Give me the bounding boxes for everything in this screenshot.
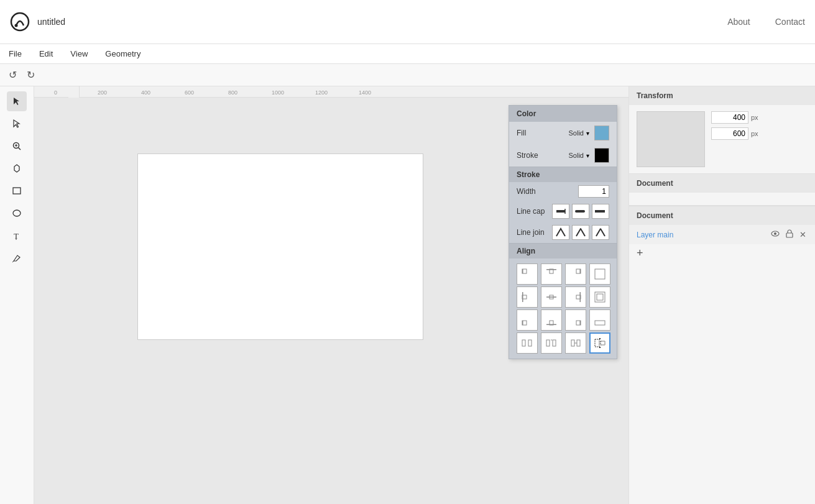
align-top-left[interactable] [517, 263, 538, 285]
svg-rect-34 [546, 324, 556, 326]
pen-tool[interactable] [7, 248, 27, 268]
line-join-miter[interactable] [552, 225, 569, 240]
align-mid-right[interactable] [565, 286, 586, 308]
undo-button[interactable]: ↺ [5, 66, 21, 83]
align-top-center[interactable] [541, 263, 562, 285]
line-cap-round[interactable] [572, 204, 589, 219]
svg-rect-52 [786, 233, 793, 237]
line-join-label: Line join [517, 228, 547, 237]
menu-edit[interactable]: Edit [35, 48, 57, 60]
direct-select-tool[interactable] [7, 114, 27, 134]
svg-rect-26 [546, 296, 556, 298]
transform-section: Transform px px [629, 86, 815, 174]
align-dist-center[interactable] [541, 332, 562, 354]
line-join-bevel[interactable] [592, 225, 609, 240]
svg-rect-32 [522, 321, 523, 325]
stroke-color-row: Stroke Solid ▾ [509, 144, 617, 167]
layer-lock-btn[interactable] [785, 229, 794, 241]
menu-bar: File Edit View Geometry [0, 44, 815, 64]
line-cap-square[interactable] [592, 204, 609, 219]
svg-rect-19 [546, 269, 556, 270]
height-input[interactable] [711, 127, 748, 140]
stroke-color-swatch[interactable] [594, 148, 609, 163]
align-mid-center[interactable] [541, 286, 562, 308]
layer-close-btn[interactable]: ✕ [798, 229, 808, 241]
redo-button[interactable]: ↻ [23, 66, 39, 83]
align-top-right[interactable] [565, 263, 586, 285]
select-tool[interactable] [7, 91, 27, 111]
menu-view[interactable]: View [67, 48, 91, 60]
fill-type-dropdown-icon[interactable]: ▾ [586, 130, 589, 137]
svg-rect-21 [580, 269, 581, 273]
svg-rect-48 [599, 338, 601, 339]
align-bot-right[interactable] [565, 309, 586, 331]
svg-rect-22 [595, 269, 605, 279]
align-dist-selection[interactable] [589, 332, 610, 354]
line-cap-butt[interactable] [552, 204, 569, 219]
svg-line-11 [12, 261, 14, 262]
rect-tool[interactable] [7, 181, 27, 201]
top-nav: untitled About Contact [0, 0, 815, 44]
canvas-rectangle[interactable] [137, 153, 423, 340]
layer-visibility-btn[interactable] [770, 229, 781, 241]
svg-point-1 [15, 24, 18, 27]
document-header: Document [629, 174, 815, 193]
transform-area: px px [629, 105, 815, 173]
line-join-buttons [552, 225, 609, 240]
align-panel: Align [509, 243, 617, 359]
width-input[interactable] [711, 111, 748, 124]
align-bot-left[interactable] [517, 309, 538, 331]
transform-header: Transform [629, 86, 815, 105]
svg-rect-39 [528, 340, 532, 346]
stroke-width-row: Width [509, 182, 617, 201]
align-bot-extra[interactable] [589, 309, 610, 331]
stroke-width-input[interactable] [578, 185, 609, 198]
fill-color-swatch[interactable] [594, 126, 609, 140]
align-dist-right[interactable] [565, 332, 586, 354]
align-bot-center[interactable] [541, 309, 562, 331]
text-tool[interactable]: T [7, 226, 27, 245]
fill-type-label: Solid [569, 129, 584, 137]
ellipse-tool[interactable] [7, 203, 27, 223]
svg-rect-38 [522, 340, 525, 346]
shape-tool[interactable] [7, 158, 27, 178]
svg-rect-43 [571, 340, 574, 346]
width-unit: px [751, 114, 758, 121]
transform-inputs: px px [711, 111, 758, 140]
stroke-type-dropdown-icon[interactable]: ▾ [586, 152, 589, 159]
layer-main-item: Layer main ✕ [629, 225, 815, 244]
stroke-type-select: Solid ▾ [569, 152, 589, 159]
zoom-tool[interactable] [7, 136, 27, 156]
align-top-extra[interactable] [589, 263, 610, 285]
document-section: Document [629, 174, 815, 206]
about-link[interactable]: About [727, 17, 750, 27]
add-layer-button[interactable]: + [629, 244, 651, 262]
main-area: T 0 200 400 600 800 1000 1200 1400 -200 … [0, 86, 815, 504]
svg-rect-24 [522, 292, 523, 302]
menu-geometry[interactable]: Geometry [101, 48, 144, 60]
align-mid-left[interactable] [517, 286, 538, 308]
transform-preview [637, 111, 705, 167]
svg-rect-28 [580, 292, 581, 302]
fill-label: Fill [517, 129, 545, 137]
fill-type-select: Solid ▾ [569, 129, 589, 137]
align-dist-left[interactable] [517, 332, 538, 354]
canvas-wrapper[interactable]: 0 200 400 600 800 1000 1200 1400 -200 0 … [34, 86, 629, 504]
document-content [629, 193, 815, 205]
menu-file[interactable]: File [5, 48, 25, 60]
ruler-horizontal: 0 200 400 600 800 1000 1200 1400 [34, 86, 629, 98]
color-panel-header: Color [509, 106, 617, 122]
align-mid-extra[interactable] [589, 286, 610, 308]
contact-link[interactable]: Contact [775, 17, 805, 27]
line-join-row: Line join [509, 222, 617, 243]
line-cap-label: Line cap [517, 207, 547, 216]
stroke-sub-panel: Stroke Width Line cap [509, 167, 617, 243]
logo [10, 12, 30, 32]
stroke-type-label: Solid [569, 152, 584, 159]
app-title: untitled [37, 17, 65, 27]
line-join-round[interactable] [572, 225, 589, 240]
align-header: Align [509, 244, 617, 259]
svg-rect-29 [597, 294, 603, 300]
svg-marker-6 [14, 165, 19, 172]
stroke-sub-header: Stroke [509, 167, 617, 182]
